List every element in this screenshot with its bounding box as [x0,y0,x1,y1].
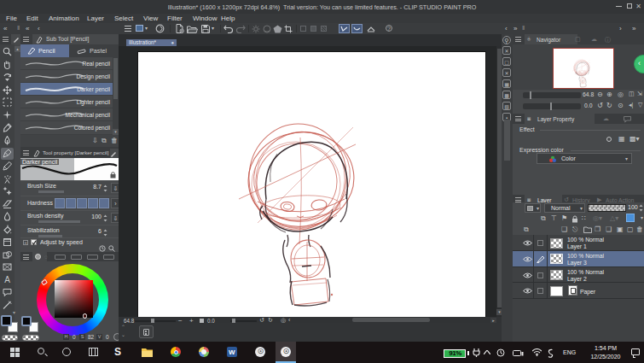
svg-text:A: A [4,275,10,284]
